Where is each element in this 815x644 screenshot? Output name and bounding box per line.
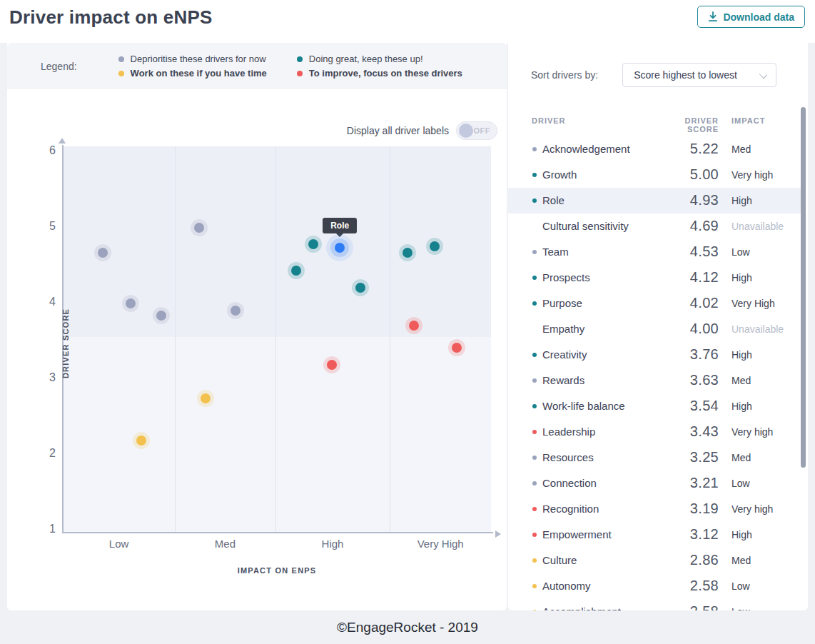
driver-score: 4.12: [646, 269, 719, 286]
table-row[interactable]: Acknowledgement5.22Med: [508, 136, 801, 162]
chart-point[interactable]: [231, 306, 241, 316]
driver-score: 3.76: [646, 346, 719, 363]
driver-score: 3.63: [646, 372, 719, 388]
legend-label: Legend:: [41, 61, 77, 72]
table-row[interactable]: Creativity3.76High: [508, 342, 801, 368]
driver-name: Role: [542, 194, 565, 206]
driver-labels-toggle-row: Display all driver labels OFF: [347, 121, 497, 140]
drivers-panel: Sort drivers by: Score highest to lowest…: [508, 43, 808, 610]
x-axis-tick-label: Low: [109, 538, 129, 550]
plot-lower-band: [63, 337, 491, 532]
chart-point[interactable]: [452, 343, 462, 353]
driver-impact: Very high: [732, 426, 773, 438]
driver-name: Purpose: [542, 297, 582, 309]
driver-name: Rewards: [542, 374, 584, 386]
driver-impact: Med: [732, 452, 751, 463]
download-icon: [708, 11, 718, 22]
driver-score: 5.00: [646, 166, 719, 183]
y-axis-title: DRIVER SCORE: [61, 308, 70, 378]
download-data-button[interactable]: Download data: [697, 6, 805, 28]
driver-score: 2.86: [646, 552, 719, 568]
chart-point[interactable]: [327, 360, 337, 370]
chart-point[interactable]: [136, 436, 146, 446]
driver-impact: Very high: [732, 503, 773, 515]
driver-impact: High: [732, 272, 752, 283]
chart-point[interactable]: [194, 223, 204, 233]
chart-point[interactable]: [355, 283, 365, 293]
table-row[interactable]: Accomplishment2.58Low: [508, 599, 801, 610]
table-row[interactable]: Resources3.25Med: [508, 445, 801, 471]
table-row[interactable]: Rewards3.63Med: [508, 368, 801, 393]
driver-score: 3.54: [646, 398, 719, 414]
driver-name: Prospects: [542, 271, 590, 283]
table-row[interactable]: Empathy4.00Unavailable: [508, 316, 801, 342]
column-header-driver-score: DRIVER SCORE: [660, 116, 719, 134]
driver-name: Growth: [542, 168, 577, 181]
chart-point[interactable]: [430, 241, 440, 251]
table-row[interactable]: Culture2.86Med: [508, 548, 801, 573]
driver-category-dot-icon: [532, 276, 537, 280]
table-row[interactable]: Recognition3.19Very high: [508, 496, 801, 522]
driver-labels-toggle[interactable]: OFF: [456, 121, 497, 140]
driver-score: 4.69: [646, 218, 719, 234]
table-row[interactable]: Work-life balance3.54High: [508, 393, 801, 419]
driver-score: 3.19: [646, 500, 719, 517]
driver-score: 2.58: [646, 603, 719, 610]
x-axis-tick-label: Med: [215, 538, 236, 550]
driver-impact: Med: [732, 375, 751, 386]
table-row[interactable]: Cultural sensitivity4.69Unavailable: [508, 213, 801, 239]
driver-impact: Very High: [732, 298, 775, 309]
y-axis-tick-label: 5: [34, 220, 56, 233]
chart-point[interactable]: [126, 298, 136, 308]
driver-score: 2.58: [646, 578, 719, 594]
table-row[interactable]: Purpose4.02Very High: [508, 291, 801, 316]
y-axis-arrow-icon: [59, 138, 66, 144]
chart-card: Legend: Deprioritise these drivers for n…: [7, 43, 507, 610]
page-footer: ©EngageRocket - 2019: [0, 610, 815, 644]
chart-point[interactable]: [201, 393, 211, 403]
chart-point[interactable]: [335, 243, 345, 253]
sort-select-value: Score highest to lowest: [634, 69, 737, 81]
driver-name: Work-life balance: [542, 400, 625, 412]
table-row[interactable]: Connection3.21Low: [508, 471, 801, 496]
column-divider-line: [175, 146, 176, 532]
driver-rows: Acknowledgement5.22MedGrowth5.00Very hig…: [508, 136, 801, 610]
legend-item-text: Work on these if you have time: [131, 68, 267, 79]
table-row[interactable]: Team4.53Low: [508, 239, 801, 265]
chart-legend: Legend: Deprioritise these drivers for n…: [7, 43, 507, 89]
page-header: Driver impact on eNPS Download data: [0, 0, 815, 43]
driver-score: 3.43: [646, 423, 719, 440]
driver-name: Autonomy: [542, 580, 591, 592]
driver-category-dot-icon: [532, 353, 537, 357]
driver-impact: Med: [732, 555, 751, 566]
legend-item: Doing great, keep these up!: [297, 52, 462, 66]
plot-upper-band: [63, 146, 491, 337]
driver-name: Accomplishment: [542, 605, 621, 610]
chart-point[interactable]: [409, 321, 419, 331]
legend-item: To improve, focus on these drivers: [297, 66, 462, 81]
driver-category-dot-icon: [532, 198, 537, 203]
table-row[interactable]: Autonomy2.58Low: [508, 573, 801, 599]
driver-category-dot-icon: [532, 404, 537, 408]
sort-select[interactable]: Score highest to lowest: [622, 63, 776, 87]
legend-dot-icon: [297, 71, 303, 76]
driver-name: Empowerment: [542, 528, 612, 540]
table-row[interactable]: Growth5.00Very high: [508, 162, 801, 188]
driver-score: 3.12: [646, 526, 719, 543]
toggle-knob: [459, 124, 473, 138]
copyright-text: ©EngageRocket - 2019: [337, 620, 478, 635]
table-row[interactable]: Empowerment3.12High: [508, 522, 801, 548]
chart-point[interactable]: [156, 311, 166, 321]
table-row[interactable]: Role4.93High: [508, 188, 801, 213]
driver-category-dot-icon: [532, 301, 537, 306]
scrollbar-thumb[interactable]: [801, 107, 806, 468]
page-title: Driver impact on eNPS: [9, 6, 213, 29]
driver-labels-toggle-label: Display all driver labels: [347, 125, 449, 136]
legend-dot-icon: [297, 56, 303, 62]
driver-name: Cultural sensitivity: [542, 220, 629, 232]
table-row[interactable]: Prospects4.12High: [508, 265, 801, 291]
table-row[interactable]: Leadership3.43Very high: [508, 419, 801, 445]
chart-point[interactable]: [403, 248, 412, 258]
driver-name: Connection: [542, 477, 597, 489]
chart-point[interactable]: [98, 248, 108, 258]
